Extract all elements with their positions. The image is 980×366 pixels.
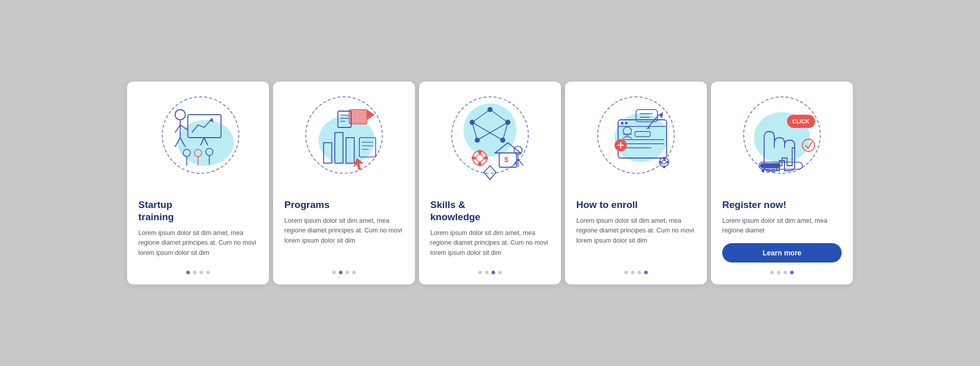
svg-point-66 xyxy=(625,122,628,124)
card-title-enroll: How to enroll xyxy=(576,199,696,211)
card-title-skills: Skills & knowledge xyxy=(430,199,550,223)
dot-4 xyxy=(498,271,502,274)
dot-2 xyxy=(339,271,342,274)
card-illustration-enroll xyxy=(565,82,707,194)
svg-rect-85 xyxy=(663,166,665,168)
dots-skills xyxy=(430,271,550,274)
dot-3 xyxy=(783,271,787,274)
dot-3 xyxy=(492,271,495,274)
svg-rect-86 xyxy=(659,161,662,163)
svg-point-62 xyxy=(615,113,668,162)
card-text-enroll: Lorem ipsum dolor sit dim amet, mea regi… xyxy=(576,216,696,263)
svg-rect-87 xyxy=(667,161,669,163)
dot-1 xyxy=(624,271,628,274)
card-body-enroll: How to enroll Lorem ipsum dolor sit dim … xyxy=(565,194,707,274)
svg-rect-49 xyxy=(478,150,481,154)
svg-point-1 xyxy=(178,120,234,166)
card-programs: Programs Lorem ipsum dolor sit dim amet,… xyxy=(273,82,415,284)
card-text-programs: Lorem ipsum dolor sit dim amet, mea regi… xyxy=(284,216,404,263)
dots-programs xyxy=(284,271,404,274)
dot-3 xyxy=(638,271,641,274)
dot-3 xyxy=(346,271,349,274)
dot-1 xyxy=(332,271,336,274)
cards-container: Startup training Lorem ipsum dolor sit d… xyxy=(111,69,869,297)
card-illustration-skills: $ xyxy=(419,82,561,194)
svg-marker-24 xyxy=(367,110,375,120)
card-body-programs: Programs Lorem ipsum dolor sit dim amet,… xyxy=(273,194,415,274)
dot-2 xyxy=(777,271,780,274)
svg-text:$: $ xyxy=(504,155,508,164)
card-title-programs: Programs xyxy=(284,199,404,211)
dot-3 xyxy=(200,271,203,274)
card-title-register: Register now! xyxy=(722,199,842,211)
svg-marker-77 xyxy=(659,112,663,118)
svg-line-4 xyxy=(175,125,180,133)
svg-rect-84 xyxy=(663,157,665,160)
svg-line-60 xyxy=(518,159,523,166)
learn-more-button[interactable]: Learn more xyxy=(722,243,842,263)
card-text-skills: Lorem ipsum dolor sit dim amet, mea regi… xyxy=(430,228,550,263)
card-body-register: Register now! Lorem ipsum dolor sit dim … xyxy=(711,194,853,274)
dots-startup xyxy=(138,271,258,274)
dots-register xyxy=(722,271,842,274)
dot-1 xyxy=(770,271,774,274)
card-text-register: Lorem ipsum dolor sit dim amet, mea regi… xyxy=(722,216,842,236)
svg-rect-51 xyxy=(472,156,476,160)
dot-4 xyxy=(644,271,648,274)
svg-marker-56 xyxy=(484,166,496,179)
card-skills: $ Skills & knowledge Lorem ipsum dolor s… xyxy=(419,82,561,284)
card-illustration-startup xyxy=(127,82,269,194)
svg-line-59 xyxy=(513,159,518,166)
svg-point-95 xyxy=(762,169,765,172)
dot-2 xyxy=(631,271,634,274)
svg-point-48 xyxy=(476,154,483,162)
svg-rect-52 xyxy=(484,156,488,160)
svg-rect-50 xyxy=(478,162,481,166)
card-illustration-register: CLICK xyxy=(711,82,853,194)
dots-enroll xyxy=(576,271,696,274)
card-register: CLICK Register now! Lorem ipsum dolor si… xyxy=(711,82,853,284)
card-body-startup: Startup training Lorem ipsum dolor sit d… xyxy=(127,194,269,274)
card-startup-training: Startup training Lorem ipsum dolor sit d… xyxy=(127,82,269,284)
svg-point-2 xyxy=(175,110,185,120)
dot-4 xyxy=(352,271,356,274)
svg-text:CLICK: CLICK xyxy=(792,118,810,124)
card-body-skills: Skills & knowledge Lorem ipsum dolor sit… xyxy=(419,194,561,274)
card-illustration-programs xyxy=(273,82,415,194)
dot-4 xyxy=(206,271,210,274)
card-text-startup: Lorem ipsum dolor sit dim amet, mea regi… xyxy=(138,228,258,263)
svg-rect-23 xyxy=(349,110,367,124)
svg-rect-93 xyxy=(760,163,780,168)
dot-1 xyxy=(478,271,482,274)
svg-point-65 xyxy=(621,122,624,124)
card-enroll: How to enroll Lorem ipsum dolor sit dim … xyxy=(565,82,707,284)
dot-2 xyxy=(485,271,488,274)
dot-2 xyxy=(193,271,197,274)
card-title-startup: Startup training xyxy=(138,199,258,223)
dot-4 xyxy=(790,271,794,274)
dot-1 xyxy=(186,271,190,274)
